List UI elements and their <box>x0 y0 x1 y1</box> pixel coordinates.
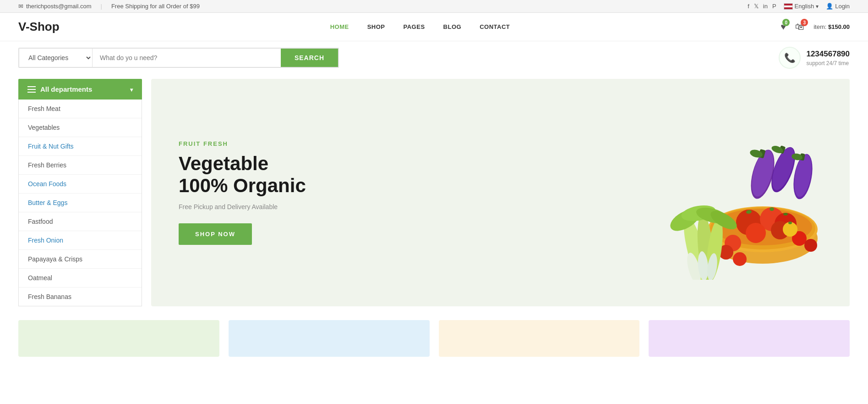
language-selector[interactable]: English <box>784 3 819 10</box>
topbar-divider: | <box>101 3 102 10</box>
cart-info: item: $150.00 <box>813 23 850 30</box>
sidebar-item-vegetables[interactable]: Vegetables <box>19 118 142 137</box>
bottom-card-1 <box>18 320 219 357</box>
social-icons: f 𝕏 in P <box>748 3 776 10</box>
svg-point-10 <box>783 213 788 216</box>
bottom-card-2 <box>229 320 430 357</box>
sidebar-menu: Fresh Meat Vegetables Fruit & Nut Gifts … <box>18 100 142 306</box>
search-input[interactable] <box>93 49 281 67</box>
cart-button[interactable]: 🛍 3 <box>795 22 804 32</box>
chevron-down-icon <box>816 3 819 10</box>
bottom-cards <box>0 311 868 366</box>
bottom-card-4 <box>649 320 850 357</box>
nav-blog[interactable]: BLOG <box>443 23 462 30</box>
facebook-icon[interactable]: f <box>748 3 749 10</box>
site-logo[interactable]: V-Shop <box>18 20 60 34</box>
main-layout: All departments Fresh Meat Vegetables Fr… <box>0 79 868 306</box>
hero-title: Vegetable 100% Organic <box>179 153 306 197</box>
header-icons: ♥ 0 🛍 3 <box>781 22 804 32</box>
user-icon: 👤 <box>826 3 833 10</box>
sidebar-item-butter-eggs[interactable]: Butter & Eggs <box>19 194 142 212</box>
language-label: English <box>795 3 814 10</box>
search-bar: All Categories Fresh Meat Vegetables Oce… <box>0 41 868 74</box>
pinterest-icon[interactable]: P <box>772 3 776 10</box>
sidebar-chevron-icon <box>130 85 133 93</box>
header: V-Shop HOME SHOP PAGES BLOG CONTACT ♥ 0 … <box>0 13 868 41</box>
sidebar-item-fresh-bananas[interactable]: Fresh Bananas <box>19 288 142 306</box>
category-dropdown[interactable]: All Categories Fresh Meat Vegetables Oce… <box>19 49 93 67</box>
header-right: ♥ 0 🛍 3 item: $150.00 <box>781 22 850 32</box>
sidebar-item-oatmeal[interactable]: Oatmeal <box>19 269 142 288</box>
svg-point-17 <box>733 252 747 266</box>
flag-icon <box>784 3 793 10</box>
topbar-email: ✉ therichposts@gmail.com <box>18 3 92 10</box>
phone-info: 1234567890 support 24/7 time <box>806 49 850 67</box>
hero-image <box>616 83 836 302</box>
nav-pages[interactable]: PAGES <box>404 23 425 30</box>
wishlist-badge: 0 <box>782 19 790 26</box>
nav-shop[interactable]: SHOP <box>367 23 385 30</box>
sidebar-header[interactable]: All departments <box>18 79 142 100</box>
email-address: therichposts@gmail.com <box>26 3 92 10</box>
nav-contact[interactable]: CONTACT <box>480 23 510 30</box>
svg-point-11 <box>746 223 766 243</box>
login-label: Login <box>835 3 850 10</box>
hero-title-line1: Vegetable <box>179 153 268 174</box>
search-button[interactable]: SEARCH <box>281 49 338 67</box>
hero-tag: FRUIT FRESH <box>179 140 306 147</box>
svg-point-16 <box>804 239 817 252</box>
shop-now-button[interactable]: SHOP NOW <box>179 223 252 245</box>
sidebar-item-fresh-onion[interactable]: Fresh Onion <box>19 231 142 250</box>
phone-label: support 24/7 time <box>806 60 850 67</box>
hero-subtitle: Free Pickup and Delivery Available <box>179 203 306 210</box>
topbar: ✉ therichposts@gmail.com | Free Shipping… <box>0 0 868 13</box>
cart-badge: 3 <box>801 19 808 26</box>
hamburger-icon <box>27 86 36 93</box>
wishlist-button[interactable]: ♥ 0 <box>781 22 786 32</box>
hero-title-line2: 100% Organic <box>179 175 306 196</box>
cart-label: item: <box>813 23 826 30</box>
shipping-notice: Free Shipping for all Order of $99 <box>111 3 200 10</box>
sidebar-header-label: All departments <box>40 85 92 93</box>
hero-content: FRUIT FRESH Vegetable 100% Organic Free … <box>179 140 306 245</box>
topbar-right: f 𝕏 in P English 👤 Login <box>748 3 850 10</box>
email-icon: ✉ <box>18 3 23 10</box>
sidebar: All departments Fresh Meat Vegetables Fr… <box>18 79 142 306</box>
phone-number: 1234567890 <box>806 49 850 60</box>
sidebar-item-papayaya[interactable]: Papayaya & Crisps <box>19 250 142 269</box>
sidebar-item-fresh-meat[interactable]: Fresh Meat <box>19 100 142 118</box>
sidebar-item-fastfood[interactable]: Fastfood <box>19 212 142 231</box>
svg-point-19 <box>788 221 792 224</box>
topbar-left: ✉ therichposts@gmail.com | Free Shipping… <box>18 3 200 10</box>
search-wrapper: All Categories Fresh Meat Vegetables Oce… <box>18 48 339 68</box>
sidebar-item-fruit-nut[interactable]: Fruit & Nut Gifts <box>19 137 142 156</box>
svg-point-8 <box>770 207 774 211</box>
nav-home[interactable]: HOME <box>330 23 349 30</box>
bottom-card-3 <box>439 320 640 357</box>
phone-icon: 📞 <box>779 47 801 69</box>
veggie-illustration <box>621 105 831 280</box>
main-nav: HOME SHOP PAGES BLOG CONTACT <box>330 23 510 30</box>
login-button[interactable]: 👤 Login <box>826 3 850 10</box>
sidebar-header-left: All departments <box>27 85 92 93</box>
hero-banner: FRUIT FRESH Vegetable 100% Organic Free … <box>151 79 850 306</box>
linkedin-icon[interactable]: in <box>763 3 768 10</box>
sidebar-item-ocean-foods[interactable]: Ocean Foods <box>19 175 142 194</box>
sidebar-item-fresh-berries[interactable]: Fresh Berries <box>19 156 142 175</box>
cart-price: $150.00 <box>828 23 850 30</box>
phone-support: 📞 1234567890 support 24/7 time <box>760 47 850 69</box>
twitter-icon[interactable]: 𝕏 <box>754 3 759 10</box>
